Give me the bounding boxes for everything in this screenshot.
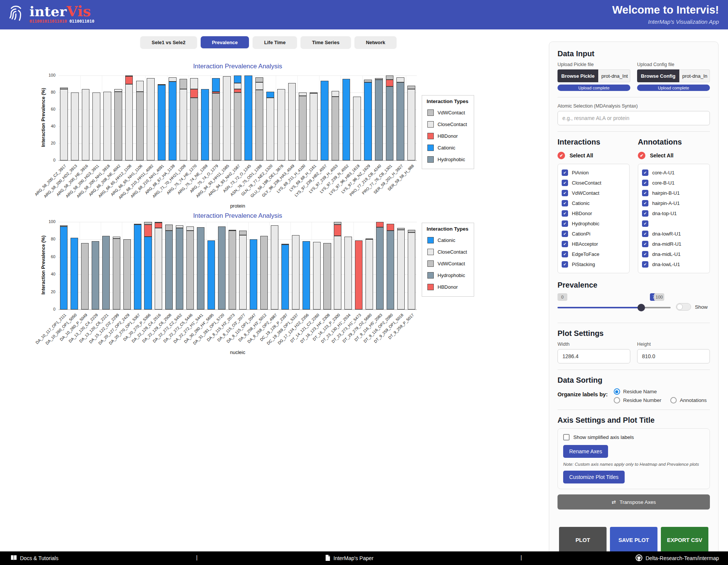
simplified-axis-checkbox[interactable]: Show simplified axis labels [563, 434, 704, 440]
bar-segment [144, 225, 152, 237]
export-csv-button[interactable]: EXPORT CSV [661, 527, 708, 554]
customize-plot-titles-button[interactable]: Customize Plot Titles [563, 471, 625, 483]
annotations-select-all[interactable]: ✔ Select All [638, 152, 710, 159]
bar-segment [136, 92, 144, 160]
bar-segment [190, 98, 198, 161]
interactions-select-all[interactable]: ✔ Select All [558, 152, 630, 159]
legend-label: Cationic [438, 237, 455, 243]
bar-segment [169, 77, 177, 82]
bar-segment [190, 89, 198, 98]
save-plot-button[interactable]: SAVE PLOT [610, 527, 657, 554]
annotation-checkbox-core-a-u1[interactable]: ✔core-A-U1 [642, 168, 706, 178]
plot-area [58, 75, 417, 161]
annotation-checkbox-dna-midr-u1[interactable]: ✔dna-midR-U1 [642, 239, 706, 249]
bar-segment [355, 240, 362, 309]
checkbox-checked-icon: ✔ [642, 220, 648, 227]
annotation-checkbox-hairpin-a-u1[interactable]: ✔hairpin-A-U1 [642, 198, 706, 208]
gridline [210, 75, 211, 160]
tab-prevalence[interactable]: Prevalence [201, 36, 249, 48]
transpose-axes-button[interactable]: ⇄ Transpose Axes [558, 494, 710, 510]
checkbox-checked-icon: ✔ [642, 251, 648, 257]
annotation-checkbox-core-b-u1[interactable]: ✔core-B-U1 [642, 178, 706, 188]
bar [376, 222, 384, 309]
show-toggle[interactable] [676, 303, 691, 311]
plot-button[interactable]: PLOT [559, 527, 607, 554]
bar [147, 75, 155, 160]
pickle-upload-status: Upload complete [558, 85, 630, 91]
interaction-checkbox-cationpi[interactable]: ✔CationPi [562, 229, 625, 239]
bar [125, 75, 133, 160]
annotation-checkbox-dna-midl-u1[interactable]: ✔dna-midL-U1 [642, 249, 706, 259]
legend-label: HBDonor [438, 133, 458, 139]
interaction-checkbox-cationic[interactable]: ✔Cationic [562, 198, 625, 208]
plot-width-input[interactable] [558, 349, 630, 363]
config-label: Upload Config file [637, 62, 710, 67]
interaction-checkbox-pistacking[interactable]: ✔PiStacking [562, 259, 625, 269]
bar-segment [190, 78, 198, 89]
plot-height-input[interactable] [637, 349, 710, 363]
gridline [189, 75, 189, 160]
gridline [375, 222, 375, 309]
tab-time-series[interactable]: Time Series [301, 36, 351, 48]
x-axis-title: nucleic [58, 349, 417, 355]
bar [342, 75, 350, 160]
interaction-checkbox-closecontact[interactable]: ✔CloseContact [562, 178, 625, 188]
browse-pickle-button[interactable]: Browse Pickle [558, 69, 598, 82]
checkbox-unchecked-icon [563, 434, 570, 440]
gridline [206, 222, 206, 309]
legend-item: Hydrophobic [427, 272, 468, 279]
bar-segment [244, 75, 252, 160]
bar [102, 222, 110, 309]
radio-residue-number[interactable]: Residue Number [614, 397, 661, 403]
legend-swatch [427, 109, 434, 116]
plot-area [58, 222, 417, 310]
bar-segment [408, 230, 415, 232]
prevalence-title: Prevalence [558, 281, 710, 289]
gridline [80, 75, 81, 160]
radio-icon [614, 397, 620, 403]
bar-segment [71, 238, 78, 309]
annotation-checkbox-dna-top-u1[interactable]: ✔dna-top-U1 [642, 208, 706, 219]
bar [387, 222, 394, 309]
bar-segment [376, 222, 384, 227]
interaction-checkbox-hbdonor[interactable]: ✔HBDonor [562, 208, 625, 219]
docs-link[interactable]: Docs & Tutorials [11, 551, 58, 565]
annotation-checkbox-dna-lowl-u1[interactable]: ✔dna-lowL-U1 [642, 259, 706, 269]
bar-segment [180, 79, 187, 89]
interaction-checkbox-edgetoface[interactable]: ✔EdgeToFace [562, 249, 625, 259]
tab-life-time[interactable]: Life Time [253, 36, 297, 48]
paper-link[interactable]: InterMap's Paper [325, 551, 373, 565]
bar [344, 222, 352, 309]
app-logo: interVis 011001011011010 0110011010 [6, 4, 94, 23]
rename-axes-button[interactable]: Rename Axes [563, 445, 608, 458]
radio-annotations[interactable]: Annotations [670, 397, 706, 403]
bar [292, 222, 299, 309]
github-repo-link[interactable]: Delta-Research-Team/intermap [636, 551, 719, 565]
bar-segment [125, 84, 133, 161]
bar-segment [386, 80, 394, 86]
prevalence-slider[interactable] [558, 307, 671, 308]
atomic-selection-input[interactable] [558, 111, 710, 125]
tab-network[interactable]: Network [355, 36, 396, 48]
annotation-checkbox-dna-lowr-u1[interactable]: ✔dna-lowR-U1 [642, 229, 706, 239]
bar-segment [158, 84, 166, 85]
interaction-checkbox-pianion[interactable]: ✔PiAnion [562, 168, 625, 178]
interaction-checkbox-vdwcontact[interactable]: ✔VdWContact [562, 188, 625, 198]
checkbox-checked-icon: ✔ [562, 241, 568, 247]
legend-item: Cationic [427, 145, 468, 151]
bar-segment [303, 241, 310, 309]
tab-sele1-vs-sele2[interactable]: Sele1 vs Sele2 [140, 36, 197, 48]
annotation-checkbox-hairpin-b-u1[interactable]: ✔hairpin-B-U1 [642, 188, 706, 198]
annotation-checkbox-unnamed[interactable]: ✔ [642, 219, 706, 229]
bar [266, 75, 274, 160]
interaction-checkbox-hydrophobic[interactable]: ✔Hydrophobic [562, 219, 625, 229]
bar-segment [176, 225, 183, 228]
radio-residue-name[interactable]: Residue Name [614, 388, 657, 395]
browse-config-button[interactable]: Browse Config [637, 69, 679, 82]
interaction-checkbox-hbacceptor[interactable]: ✔HBAcceptor [562, 239, 625, 249]
bar [155, 222, 162, 309]
bar [158, 75, 166, 160]
footer-separator: | [196, 554, 198, 560]
bar [71, 75, 79, 160]
slider-knob[interactable] [637, 304, 645, 311]
